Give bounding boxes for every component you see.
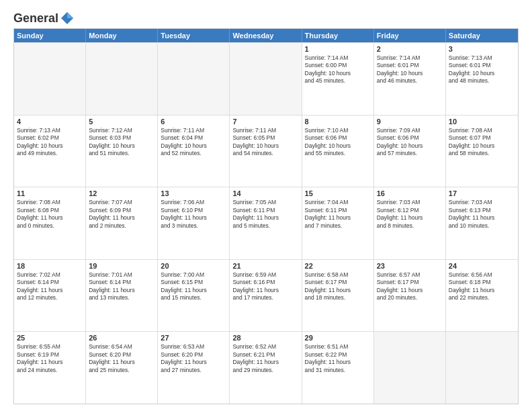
header-day-sunday: Sunday <box>14 29 86 42</box>
calendar-header: SundayMondayTuesdayWednesdayThursdayFrid… <box>14 29 518 42</box>
cal-cell: 13Sunrise: 7:06 AMSunset: 6:10 PMDayligh… <box>158 187 230 259</box>
day-number: 10 <box>449 118 515 126</box>
logo-icon <box>60 11 75 26</box>
logo: General <box>13 11 75 23</box>
day-number: 20 <box>161 262 226 270</box>
cal-cell: 2Sunrise: 7:14 AMSunset: 6:01 PMDaylight… <box>374 43 446 115</box>
svg-marker-1 <box>67 12 73 18</box>
cal-cell <box>158 43 230 115</box>
cell-info: Sunrise: 7:00 AMSunset: 6:15 PMDaylight:… <box>161 271 226 302</box>
cell-info: Sunrise: 7:08 AMSunset: 6:07 PMDaylight:… <box>449 127 515 158</box>
cell-info: Sunrise: 6:58 AMSunset: 6:17 PMDaylight:… <box>305 271 371 302</box>
day-number: 21 <box>232 262 298 270</box>
cal-cell: 7Sunrise: 7:11 AMSunset: 6:05 PMDaylight… <box>230 116 302 187</box>
cal-cell: 16Sunrise: 7:03 AMSunset: 6:12 PMDayligh… <box>374 187 446 259</box>
header: General <box>13 11 519 23</box>
cal-cell: 20Sunrise: 7:00 AMSunset: 6:15 PMDayligh… <box>158 260 230 332</box>
cal-row-1: 4Sunrise: 7:13 AMSunset: 6:02 PMDaylight… <box>14 115 518 187</box>
header-day-monday: Monday <box>86 29 158 42</box>
cell-info: Sunrise: 6:55 AMSunset: 6:19 PMDaylight:… <box>17 343 83 374</box>
calendar-body: 1Sunrise: 7:14 AMSunset: 6:00 PMDaylight… <box>14 42 518 404</box>
cal-cell: 18Sunrise: 7:02 AMSunset: 6:14 PMDayligh… <box>14 260 86 332</box>
cell-info: Sunrise: 6:53 AMSunset: 6:20 PMDaylight:… <box>161 343 226 374</box>
day-number: 27 <box>161 334 226 342</box>
cal-cell: 22Sunrise: 6:58 AMSunset: 6:17 PMDayligh… <box>302 260 374 332</box>
day-number: 2 <box>377 45 443 53</box>
cell-info: Sunrise: 7:01 AMSunset: 6:14 PMDaylight:… <box>89 271 154 302</box>
day-number: 26 <box>89 334 154 342</box>
header-day-friday: Friday <box>374 29 446 42</box>
header-day-saturday: Saturday <box>446 29 518 42</box>
header-day-wednesday: Wednesday <box>230 29 302 42</box>
cal-cell: 14Sunrise: 7:05 AMSunset: 6:11 PMDayligh… <box>230 187 302 259</box>
day-number: 24 <box>449 262 515 270</box>
cal-cell: 19Sunrise: 7:01 AMSunset: 6:14 PMDayligh… <box>86 260 158 332</box>
cell-info: Sunrise: 6:57 AMSunset: 6:17 PMDaylight:… <box>377 271 443 302</box>
cal-cell: 5Sunrise: 7:12 AMSunset: 6:03 PMDaylight… <box>86 116 158 187</box>
cell-info: Sunrise: 6:59 AMSunset: 6:16 PMDaylight:… <box>232 271 298 302</box>
cal-cell: 23Sunrise: 6:57 AMSunset: 6:17 PMDayligh… <box>374 260 446 332</box>
cal-cell <box>230 43 302 115</box>
day-number: 15 <box>305 189 371 197</box>
cal-cell: 8Sunrise: 7:10 AMSunset: 6:06 PMDaylight… <box>302 116 374 187</box>
cal-cell <box>374 332 446 404</box>
cal-cell <box>86 43 158 115</box>
cal-cell: 1Sunrise: 7:14 AMSunset: 6:00 PMDaylight… <box>302 43 374 115</box>
day-number: 29 <box>305 334 371 342</box>
day-number: 1 <box>305 45 371 53</box>
cal-cell: 10Sunrise: 7:08 AMSunset: 6:07 PMDayligh… <box>446 116 518 187</box>
day-number: 8 <box>305 118 371 126</box>
day-number: 4 <box>17 118 83 126</box>
cal-cell: 17Sunrise: 7:03 AMSunset: 6:13 PMDayligh… <box>446 187 518 259</box>
day-number: 17 <box>449 189 515 197</box>
day-number: 18 <box>17 262 83 270</box>
cell-info: Sunrise: 7:03 AMSunset: 6:13 PMDaylight:… <box>449 199 515 230</box>
cell-info: Sunrise: 7:13 AMSunset: 6:02 PMDaylight:… <box>17 127 83 158</box>
day-number: 23 <box>377 262 443 270</box>
page: General SundayMondayTuesdayWednesdayThur… <box>0 0 532 411</box>
calendar: SundayMondayTuesdayWednesdayThursdayFrid… <box>13 28 519 404</box>
cal-cell: 6Sunrise: 7:11 AMSunset: 6:04 PMDaylight… <box>158 116 230 187</box>
cell-info: Sunrise: 7:14 AMSunset: 6:00 PMDaylight:… <box>305 54 371 85</box>
cal-cell: 3Sunrise: 7:13 AMSunset: 6:01 PMDaylight… <box>446 43 518 115</box>
day-number: 22 <box>305 262 371 270</box>
cal-cell: 24Sunrise: 6:56 AMSunset: 6:18 PMDayligh… <box>446 260 518 332</box>
cal-cell: 26Sunrise: 6:54 AMSunset: 6:20 PMDayligh… <box>86 332 158 404</box>
cal-row-2: 11Sunrise: 7:08 AMSunset: 6:08 PMDayligh… <box>14 187 518 259</box>
day-number: 12 <box>89 189 154 197</box>
cell-info: Sunrise: 7:07 AMSunset: 6:09 PMDaylight:… <box>89 199 154 230</box>
cal-row-3: 18Sunrise: 7:02 AMSunset: 6:14 PMDayligh… <box>14 259 518 332</box>
cal-cell <box>14 43 86 115</box>
cal-row-0: 1Sunrise: 7:14 AMSunset: 6:00 PMDaylight… <box>14 42 518 115</box>
day-number: 16 <box>377 189 443 197</box>
cell-info: Sunrise: 7:13 AMSunset: 6:01 PMDaylight:… <box>449 54 515 85</box>
day-number: 7 <box>232 118 298 126</box>
day-number: 28 <box>232 334 298 342</box>
cell-info: Sunrise: 6:54 AMSunset: 6:20 PMDaylight:… <box>89 343 154 374</box>
cell-info: Sunrise: 7:04 AMSunset: 6:11 PMDaylight:… <box>305 199 371 230</box>
cal-cell: 4Sunrise: 7:13 AMSunset: 6:02 PMDaylight… <box>14 116 86 187</box>
cal-cell: 9Sunrise: 7:09 AMSunset: 6:06 PMDaylight… <box>374 116 446 187</box>
cal-cell: 25Sunrise: 6:55 AMSunset: 6:19 PMDayligh… <box>14 332 86 404</box>
logo-general: General <box>13 11 58 26</box>
cell-info: Sunrise: 7:08 AMSunset: 6:08 PMDaylight:… <box>17 199 83 230</box>
cell-info: Sunrise: 7:03 AMSunset: 6:12 PMDaylight:… <box>377 199 443 230</box>
cell-info: Sunrise: 7:14 AMSunset: 6:01 PMDaylight:… <box>377 54 443 85</box>
cell-info: Sunrise: 6:52 AMSunset: 6:21 PMDaylight:… <box>232 343 298 374</box>
cell-info: Sunrise: 6:51 AMSunset: 6:22 PMDaylight:… <box>305 343 371 374</box>
cell-info: Sunrise: 7:06 AMSunset: 6:10 PMDaylight:… <box>161 199 226 230</box>
day-number: 25 <box>17 334 83 342</box>
cal-cell: 28Sunrise: 6:52 AMSunset: 6:21 PMDayligh… <box>230 332 302 404</box>
cell-info: Sunrise: 7:10 AMSunset: 6:06 PMDaylight:… <box>305 127 371 158</box>
header-day-tuesday: Tuesday <box>158 29 230 42</box>
header-day-thursday: Thursday <box>302 29 374 42</box>
cal-cell: 12Sunrise: 7:07 AMSunset: 6:09 PMDayligh… <box>86 187 158 259</box>
cell-info: Sunrise: 7:12 AMSunset: 6:03 PMDaylight:… <box>89 127 154 158</box>
day-number: 9 <box>377 118 443 126</box>
cell-info: Sunrise: 7:09 AMSunset: 6:06 PMDaylight:… <box>377 127 443 158</box>
day-number: 13 <box>161 189 226 197</box>
cell-info: Sunrise: 7:02 AMSunset: 6:14 PMDaylight:… <box>17 271 83 302</box>
cell-info: Sunrise: 7:05 AMSunset: 6:11 PMDaylight:… <box>232 199 298 230</box>
cal-row-4: 25Sunrise: 6:55 AMSunset: 6:19 PMDayligh… <box>14 331 518 404</box>
cell-info: Sunrise: 7:11 AMSunset: 6:04 PMDaylight:… <box>161 127 226 158</box>
